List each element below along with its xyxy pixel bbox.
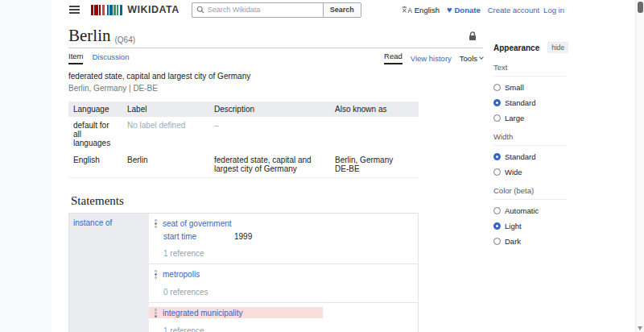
- radio-selected-icon: [493, 222, 501, 230]
- claim-value-link[interactable]: metropolis: [163, 270, 200, 279]
- wikidata-logo[interactable]: WIKIDATA: [91, 4, 180, 15]
- wikidata-logo-barcode-icon: [91, 5, 123, 15]
- log-in-link[interactable]: Log in: [543, 6, 564, 15]
- radio-color-dark[interactable]: Dark: [493, 237, 566, 246]
- cell-description: federated state, capital and largest cit…: [209, 151, 330, 178]
- radio-icon: [493, 114, 501, 122]
- table-row: English Berlin federated state, capital …: [68, 151, 419, 178]
- qualifier-value: 1999: [234, 232, 252, 241]
- rank-selector-icon[interactable]: [151, 218, 159, 228]
- claim-value-link[interactable]: seat of government: [163, 219, 232, 228]
- tab-view-history[interactable]: View history: [411, 54, 452, 63]
- references-toggle[interactable]: 1 reference: [163, 249, 418, 258]
- terms-table: Language Label Description Also known as…: [68, 102, 419, 178]
- scrollbar-down-arrow-icon[interactable]: [638, 326, 642, 330]
- chevron-down-icon: [479, 55, 484, 60]
- appearance-section-color: Color (beta): [493, 186, 566, 200]
- page-protection-lock-icon[interactable]: [469, 30, 477, 46]
- terms-header-row: Language Label Description Also known as: [68, 102, 419, 117]
- cell-label: Berlin: [122, 151, 209, 178]
- tools-menu[interactable]: Tools: [460, 54, 483, 63]
- wikidata-logo-text: WIKIDATA: [127, 4, 180, 15]
- claim-value-link[interactable]: integrated municipality: [163, 309, 243, 317]
- tab-item[interactable]: Item: [68, 52, 83, 64]
- claim-qualifier: start time 1999: [163, 232, 418, 241]
- entity-aliases: Berlin, Germany | DE-BE: [68, 84, 483, 93]
- search-bar: Search: [192, 2, 361, 18]
- deprecated-highlight: integrated municipality: [149, 307, 323, 318]
- tab-discussion[interactable]: Discussion: [92, 52, 129, 64]
- col-header-also-known-as: Also known as: [330, 102, 419, 117]
- radio-icon: [493, 238, 501, 245]
- appearance-title: Appearance: [493, 44, 539, 52]
- heart-icon: ♥: [447, 6, 452, 15]
- donate-label: Donate: [454, 6, 480, 15]
- search-button[interactable]: Search: [323, 2, 361, 18]
- cell-description: –: [209, 117, 330, 151]
- cell-label: No label defined: [122, 117, 209, 151]
- statements-heading: Statements: [71, 194, 483, 208]
- radio-selected-icon: [493, 153, 501, 160]
- page-tabs: Item Discussion Read View history Tools: [68, 52, 483, 64]
- language-selector[interactable]: A English: [402, 6, 440, 15]
- cell-language: default for all languages: [68, 117, 122, 151]
- radio-text-standard[interactable]: Standard: [493, 98, 566, 107]
- appearance-panel: Appearance hide Text Small Standard Larg…: [493, 42, 566, 246]
- entity-description: federated state, capital and largest cit…: [68, 72, 483, 81]
- scrollbar[interactable]: [635, 0, 644, 332]
- radio-icon: [493, 168, 501, 176]
- title-divider: [68, 48, 483, 48]
- svg-text:A: A: [407, 7, 412, 14]
- top-header-bar: WIKIDATA Search A English ♥ Donate Creat…: [52, 0, 635, 19]
- scrollbar-thumb[interactable]: [638, 2, 643, 13]
- search-input[interactable]: [208, 6, 319, 14]
- cell-aliases: [330, 117, 419, 151]
- radio-width-wide[interactable]: Wide: [493, 168, 566, 176]
- main-menu-icon[interactable]: [69, 6, 80, 14]
- cell-language: English: [68, 151, 122, 178]
- donate-link[interactable]: ♥ Donate: [447, 6, 481, 15]
- radio-icon: [493, 84, 501, 91]
- left-margin-rail: [0, 0, 52, 332]
- create-account-link[interactable]: Create account: [488, 6, 539, 15]
- radio-icon: [493, 207, 501, 214]
- language-icon: A: [402, 6, 412, 14]
- statement-property-column: instance of: [69, 214, 149, 332]
- entity-id: (Q64): [115, 35, 136, 46]
- col-header-label: Label: [122, 102, 209, 117]
- qualifier-property-link[interactable]: start time: [163, 232, 234, 241]
- appearance-section-width: Width: [493, 132, 566, 146]
- col-header-language: Language: [68, 102, 122, 117]
- statement-claim: integrated municipality 1 reference: [149, 303, 418, 332]
- statement-group: instance of seat of government start tim…: [68, 213, 419, 332]
- radio-text-small[interactable]: Small: [493, 83, 566, 92]
- rank-selector-icon[interactable]: [151, 269, 159, 279]
- references-toggle[interactable]: 1 reference: [163, 326, 418, 332]
- appearance-section-text: Text: [493, 63, 566, 77]
- rank-selector-icon[interactable]: [151, 308, 159, 317]
- cell-aliases: Berlin, Germany DE-BE: [330, 151, 419, 178]
- tools-label: Tools: [460, 54, 477, 63]
- radio-color-automatic[interactable]: Automatic: [493, 206, 566, 215]
- references-toggle[interactable]: 0 references: [163, 288, 418, 297]
- page-title: Berlin: [68, 26, 111, 46]
- main-content: Berlin (Q64) Item Discussion Read View h…: [52, 19, 483, 332]
- search-icon: [196, 6, 204, 14]
- statement-claim: seat of government start time 1999 1 ref…: [149, 214, 418, 264]
- statement-claim: metropolis 0 references: [149, 264, 418, 303]
- radio-color-light[interactable]: Light: [493, 222, 566, 230]
- table-row: default for all languages No label defin…: [68, 117, 419, 151]
- radio-selected-icon: [493, 99, 501, 106]
- appearance-hide-button[interactable]: hide: [547, 42, 568, 53]
- radio-text-large[interactable]: Large: [493, 114, 566, 122]
- property-link[interactable]: instance of: [73, 218, 112, 227]
- col-header-description: Description: [209, 102, 330, 117]
- language-label: English: [415, 6, 440, 15]
- tab-read[interactable]: Read: [384, 52, 402, 64]
- radio-width-standard[interactable]: Standard: [493, 152, 566, 161]
